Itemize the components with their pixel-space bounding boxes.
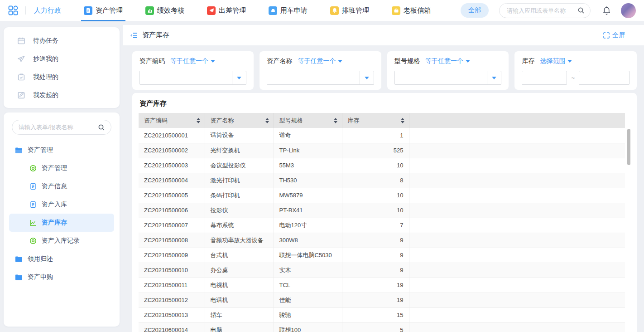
user-avatar[interactable] xyxy=(621,3,636,18)
tab-business-trip[interactable]: 出差管理 xyxy=(207,0,246,21)
table-title: 资产库存 xyxy=(139,99,630,108)
cell-stock: 9 xyxy=(342,263,409,278)
cell-empty xyxy=(409,293,625,308)
stock-range-min-input[interactable] xyxy=(522,71,567,85)
table-row[interactable]: ZC20210500012 电话机 佳能 19 xyxy=(139,293,625,308)
filter-condition-selector[interactable]: 选择范围 xyxy=(540,57,572,65)
dropdown-toggle[interactable] xyxy=(360,71,374,84)
table-row[interactable]: ZC20210500002 光纤交换机 TP-Link 525 xyxy=(139,143,625,158)
collapse-sidebar-icon[interactable] xyxy=(130,31,138,39)
table-row[interactable]: ZC20210500003 会议型投影仪 55M3 10 xyxy=(139,158,625,173)
filter-condition-selector[interactable]: 等于任意一个 xyxy=(170,57,215,65)
column-header-asset-name[interactable]: 资产名称 xyxy=(205,113,274,128)
form-search-input[interactable] xyxy=(19,124,98,131)
filter-condition-selector[interactable]: 等于任意一个 xyxy=(298,57,342,65)
sidebar-item-initiated-by-me[interactable]: 我发起的 xyxy=(4,86,120,104)
all-apps-badge[interactable]: 全部 xyxy=(461,3,489,18)
vertical-scrollbar[interactable] xyxy=(627,129,630,165)
cell-asset-code: ZC20210500011 xyxy=(139,278,205,293)
app-tabs: 人力行政 资产管理 绩效考核 出差管理 用车申请 xyxy=(34,0,453,21)
folder-open-icon xyxy=(15,147,23,154)
tab-label: 老板信箱 xyxy=(404,6,431,15)
tab-vehicle-request[interactable]: 用车申请 xyxy=(269,0,308,21)
table-row[interactable]: ZC20210500010 办公桌 实木 9 xyxy=(139,263,625,278)
cell-empty xyxy=(409,128,625,143)
filter-asset-code-input[interactable] xyxy=(140,71,232,84)
tab-label: 排班管理 xyxy=(342,6,369,15)
column-header-asset-code[interactable]: 资产编码 xyxy=(139,113,205,128)
tab-shift-schedule[interactable]: 排班管理 xyxy=(330,0,369,21)
search-icon[interactable] xyxy=(98,124,105,131)
bell-app-icon xyxy=(330,6,339,15)
tree-node-asset-management[interactable]: 资产管理 xyxy=(4,159,120,177)
table-row[interactable]: ZC20210500005 条码打印机 MW5879 10 xyxy=(139,188,625,203)
dropdown-toggle[interactable] xyxy=(232,71,246,84)
table-row[interactable]: ZC20210600014 电脑 联想100 5 xyxy=(139,322,625,332)
cell-model-spec: 佳能 xyxy=(274,293,342,308)
table-row[interactable]: ZC20210500011 电视机 TCL 19 xyxy=(139,278,625,293)
filter-label: 资产编码 xyxy=(139,57,165,65)
sidebar-item-todo-tasks[interactable]: 待办任务 xyxy=(4,32,120,50)
filter-model-spec-input[interactable] xyxy=(395,71,487,84)
table-row[interactable]: ZC20210500007 幕布系统 电动120寸 7 xyxy=(139,218,625,233)
cell-asset-name: 电视机 xyxy=(205,278,274,293)
tab-boss-mailbox[interactable]: 老板信箱 xyxy=(392,0,431,21)
tree-node-asset-inventory[interactable]: 资产库存 xyxy=(9,214,114,232)
sidebar-item-handled-by-me[interactable]: 我处理的 xyxy=(4,68,120,86)
chevron-down-icon xyxy=(567,60,572,63)
table-row[interactable]: ZC20210500008 音频功率放大器设备 300W8 9 xyxy=(139,233,625,248)
sidebar-shortcuts-card: 待办任务 抄送我的 我处理的 我发起的 xyxy=(4,27,120,108)
sort-icon[interactable] xyxy=(401,118,404,123)
tree-node-label: 资产管理 xyxy=(42,164,67,172)
tree-node-asset-inbound[interactable]: 资产入库 xyxy=(4,195,120,214)
filter-label: 资产名称 xyxy=(267,57,292,65)
chevron-down-icon xyxy=(365,77,369,79)
send-icon xyxy=(17,55,25,63)
cell-stock: 7 xyxy=(342,218,409,233)
tree-node-asset-inbound-records[interactable]: 资产入库记录 xyxy=(4,232,120,250)
column-header-model-spec[interactable]: 型号规格 xyxy=(274,113,342,128)
tree-node-asset-info[interactable]: 资产信息 xyxy=(4,177,120,195)
sidebar-item-cc-to-me[interactable]: 抄送我的 xyxy=(4,50,120,68)
cell-asset-code: ZC20210500004 xyxy=(139,173,205,188)
sort-icon[interactable] xyxy=(197,118,200,123)
fullscreen-button[interactable]: 全屏 xyxy=(603,31,625,39)
cell-asset-name: 投影仪 xyxy=(205,203,274,218)
cell-asset-name: 台式机 xyxy=(205,248,274,263)
cell-empty xyxy=(409,143,625,158)
tab-asset-management[interactable]: 资产管理 xyxy=(84,0,123,21)
sort-icon[interactable] xyxy=(265,118,269,123)
cell-model-spec: TCL xyxy=(274,278,342,293)
filter-stock-range: 库存 选择范围 ~ xyxy=(514,51,637,90)
table-row[interactable]: ZC20210500013 轿车 骏驰 15 xyxy=(139,308,625,322)
tab-performance[interactable]: 绩效考核 xyxy=(145,0,184,21)
search-icon[interactable] xyxy=(577,7,585,14)
filter-condition-selector[interactable]: 等于任意一个 xyxy=(425,57,470,65)
folder-icon xyxy=(15,274,23,281)
cell-stock: 8 xyxy=(342,173,409,188)
app-grid-icon[interactable] xyxy=(8,5,18,15)
table-row[interactable]: ZC20210500001 话筒设备 谱奇 1 xyxy=(139,128,625,143)
tree-node-asset-purchase-folder[interactable]: 资产申购 xyxy=(4,268,120,286)
tab-label: 出差管理 xyxy=(219,6,246,15)
table-row[interactable]: ZC20210500009 台式机 联想一体电脑C5030 9 xyxy=(139,248,625,263)
tree-node-borrow-return-folder[interactable]: 领用归还 xyxy=(4,250,120,268)
app-search-input[interactable] xyxy=(507,7,577,14)
cell-stock: 19 xyxy=(342,293,409,308)
sort-icon[interactable] xyxy=(334,118,337,123)
column-header-stock[interactable]: 库存 xyxy=(342,113,409,128)
table-row[interactable]: ZC20210500004 激光打印机 TH530 8 xyxy=(139,173,625,188)
app-search-box[interactable] xyxy=(499,3,591,18)
dropdown-toggle[interactable] xyxy=(487,71,501,84)
stock-range-max-input[interactable] xyxy=(579,71,630,85)
table-row[interactable]: ZC20210500006 投影仪 PT-BX41 10 xyxy=(139,203,625,218)
notification-bell-icon[interactable] xyxy=(602,6,611,15)
tree-node-asset-management-folder[interactable]: 资产管理 xyxy=(4,141,120,159)
filter-asset-name-input[interactable] xyxy=(267,71,359,84)
tab-label: 用车申请 xyxy=(280,6,308,15)
form-search-box[interactable] xyxy=(12,120,111,135)
tab-label: 绩效考核 xyxy=(157,6,184,15)
cell-asset-code: ZC20210500008 xyxy=(139,233,205,248)
target-icon xyxy=(29,165,37,172)
tab-hr-admin[interactable]: 人力行政 xyxy=(34,0,61,21)
